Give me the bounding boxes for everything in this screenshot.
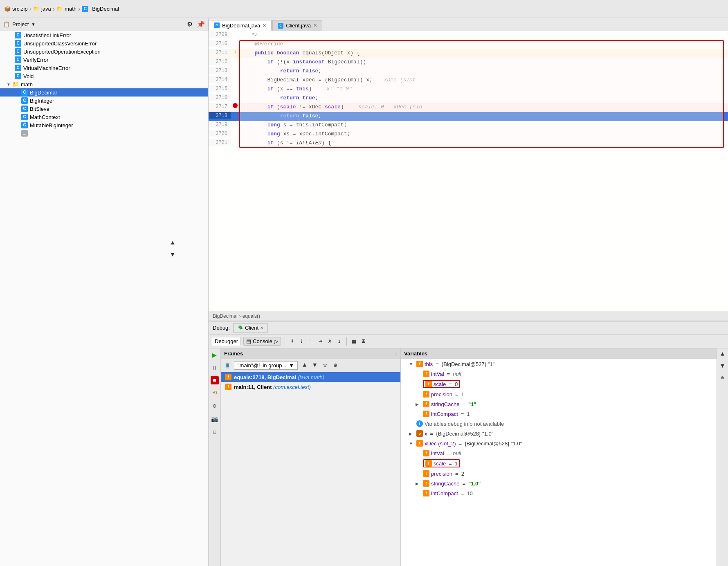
code-editor[interactable]: 2709 */ 2710 @Override 2711 ↓ [209,31,728,311]
expand-xdec[interactable]: ▼ [409,441,415,446]
tab-label-bigdecimal: BigDecimal.java [222,22,260,29]
step-out-icon[interactable]: ↑ [308,337,315,346]
thread-up-arrow[interactable]: ▲ [301,361,308,370]
vars-scroll-up[interactable]: ▲ [719,350,726,359]
var-intcompact-xdec[interactable]: f intCompact = 10 [401,488,717,498]
field-icon-stringcache-this: f [423,401,429,407]
thread-down-arrow[interactable]: ▼ [311,361,318,370]
breadcrumb-src[interactable]: src.zip [12,6,28,12]
settings-icon[interactable]: ⚙ [187,20,193,28]
scale-outlined-box-xdec: f scale = 1 [423,459,460,467]
console-btn[interactable]: ▤ Console ▷ [243,337,281,346]
vars-scroll-down[interactable]: ▼ [719,362,726,371]
close-tab-client[interactable]: ✕ [313,23,317,28]
tree-item-void[interactable]: C Void [0,72,208,80]
var-this[interactable]: ▼ f this = {BigDecimal@527} "1" [401,359,717,369]
variables-panel: Variables ▼ f this = {BigDecimal@527} "1… [401,348,717,566]
tree-item-mutablebiginteger[interactable]: C MutableBigInteger [0,121,208,129]
frames-pin-icon[interactable]: → [393,351,397,356]
close-tab-bigdecimal[interactable]: ✕ [263,23,266,28]
expand-stringcache-this[interactable]: ▶ [416,402,421,407]
tree-item-bitsieve[interactable]: C BitSieve [0,105,208,113]
archive-icon: 📦 [4,6,11,12]
debugger-btn[interactable]: Debugger [212,337,241,346]
code-line-2713: 2713 return false; [209,67,728,76]
thread-dropdown[interactable]: 🧵 "main"@1 in group... ▼ ▲ ▼ ▽ ⊕ [221,359,400,372]
tree-item-verifyerror[interactable]: C VerifyError [0,56,208,64]
tree-item-unsatisfiedlinkerror[interactable]: C UnsatisfiedLinkError [0,31,208,39]
tree-item-bigdecimal[interactable]: C BigDecimal [0,88,208,97]
sep1 [285,337,285,346]
code-line-2716: 2716 return true; [209,94,728,103]
evaluate-icon[interactable]: ✗ [326,337,333,346]
var-scale-xdec[interactable]: f scale = 1 [401,458,717,469]
tree-item-biginteger[interactable]: C BigInteger [0,97,208,105]
var-x[interactable]: ▶ p x = {BigDecimal@528} "1.0" [401,429,717,438]
rerun-btn[interactable]: ⟲ [210,388,220,398]
class-icon: C [15,32,21,38]
watches-icon[interactable]: ⊞ [360,337,367,346]
breadcrumb-math[interactable]: math [65,6,76,12]
tree-item-mathcontext[interactable]: C MathContext [0,113,208,121]
class-icon-mutablebiginteger: C [21,122,28,128]
class-icon-mathcontext: C [21,114,28,120]
thread-restore-icon[interactable]: ⊕ [332,361,339,370]
field-icon-precision-this: f [423,391,429,398]
resume-btn[interactable]: ▶ [210,350,220,360]
tree-item-virtualmachineerror[interactable]: C VirtualMachineError [0,64,208,72]
frame-item-main[interactable]: f main:11, Client (com.excel.test) [221,382,400,392]
frame-main-method: main:11, Client (com.excel.test) [234,384,311,390]
var-xdec[interactable]: ▼ f xDec (slot_2) = {BigDecimal@528} "1.… [401,438,717,448]
thread-label: "main"@1 in group... [238,362,286,368]
restore-btn[interactable]: ⊟ [210,427,220,437]
debug-panel: Debug: 🪲 Client ✕ Debugger ▤ Console ▷ [209,321,728,566]
var-precision-this[interactable]: f precision = 1 [401,389,717,399]
breadcrumb-java[interactable]: java [41,6,51,12]
breadcrumb-bottom-equals: equals() [243,313,260,319]
line-num-2719: 2719 [209,121,231,128]
run-to-cursor-icon[interactable]: ⇥ [317,337,324,346]
var-stringcache-this[interactable]: ▶ f stringCache = "1" [401,399,717,409]
tree-item-unsupportedclassversionerror[interactable]: C UnsupportedClassVersionError [0,39,208,47]
step-over-icon[interactable]: ⬇ [289,337,296,346]
var-scale-this[interactable]: f scale = 0 [401,379,717,389]
expand-stringcache-xdec[interactable]: ▶ [416,481,421,486]
thread-dropdown-box[interactable]: "main"@1 in group... ▼ [234,361,298,370]
var-precision-xdec[interactable]: f precision = 2 [401,469,717,478]
debugger-label: Debugger [215,338,238,344]
field-icon-intcompact-xdec: f [423,490,429,496]
frames-icon[interactable]: ▦ [351,337,357,346]
alt-step-icon[interactable]: ↧ [336,337,343,346]
tree-item-unsupportedoperationexception[interactable]: C UnsupportedOperationException [0,47,208,56]
tree-item-math[interactable]: ▼ 📁 math [0,80,208,88]
expand-x[interactable]: ▶ [409,431,415,436]
thread-filter-icon[interactable]: ▽ [321,361,328,370]
var-stringcache-xdec[interactable]: ▶ f stringCache = "1.0" [401,478,717,488]
project-dropdown-arrow[interactable]: ▼ [31,22,35,27]
var-intcompact-this[interactable]: f intCompact = 1 [401,409,717,419]
tab-bigdecimal[interactable]: C BigDecimal.java ✕ [209,20,272,31]
step-into-icon[interactable]: ↓ [298,337,305,346]
line-num-2717: 2717 [209,103,231,110]
camera-btn[interactable]: 📷 [210,414,220,424]
expand-this[interactable]: ▼ [409,362,415,366]
var-debug-info: i Variables debug info not available [401,419,717,429]
var-intval-xdec[interactable]: f intVal = null [401,448,717,458]
debug-client-tab[interactable]: 🪲 Client ✕ [233,323,268,332]
var-intval-this[interactable]: f intVal = null [401,369,717,379]
line-num-2713: 2713 [209,67,231,74]
code-line-2710: 2710 @Override [209,40,728,49]
settings-debug-btn[interactable]: ⚙ [210,401,220,411]
close-debug-tab[interactable]: ✕ [260,326,263,330]
line-num-2716: 2716 [209,94,231,101]
frame-equals-method: equals:2718, BigDecimal (java.math) [234,374,324,380]
breadcrumb-bar: 📦 src.zip › 📁 java › 📁 math › C BigDecim… [0,0,728,18]
stop-btn[interactable]: ■ [211,376,219,384]
tree-item-more[interactable]: ... [0,129,208,137]
pin-icon[interactable]: 📌 [197,20,205,28]
breadcrumb-bigdecimal[interactable]: BigDecimal [92,6,119,12]
pause-btn[interactable]: ⏸ [210,363,220,373]
frame-item-equals[interactable]: f equals:2718, BigDecimal (java.math) [221,372,400,382]
tab-client[interactable]: C Client.java ✕ [272,20,322,31]
vars-restore[interactable]: ⊕ [719,374,726,382]
